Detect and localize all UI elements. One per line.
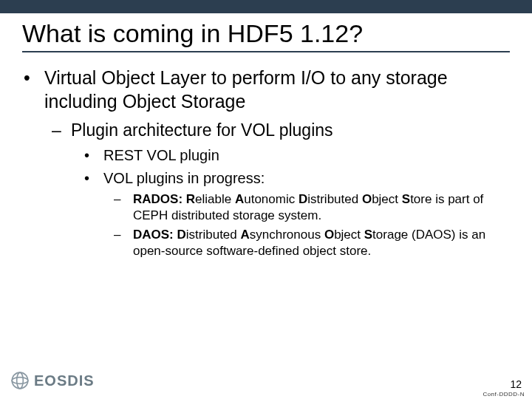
- title-rule: [22, 51, 510, 52]
- bullet-text: Plugin architecture for VOL plugins: [71, 120, 333, 140]
- list-item: RADOS: Reliable Autonomic Distributed Ob…: [114, 191, 510, 224]
- bold-prefix: RADOS: R: [133, 192, 195, 206]
- page-number: 12: [510, 378, 522, 390]
- confidential-marker: Conf-DDDD-N: [482, 391, 525, 398]
- list-item: DAOS: Distributed Asynchronous Object St…: [114, 227, 510, 259]
- top-bar: [0, 0, 532, 13]
- list-item: Plugin architecture for VOL plugins REST…: [52, 119, 510, 259]
- svg-point-2: [17, 372, 24, 389]
- bold-prefix: DAOS: D: [133, 228, 186, 242]
- svg-point-1: [12, 378, 28, 384]
- bullet-list-l1: Virtual Object Layer to perform I/O to a…: [22, 66, 510, 259]
- bold-letter: S: [402, 192, 410, 206]
- bullet-text: REST VOL plugin: [103, 147, 219, 163]
- text: utonomic: [244, 192, 299, 206]
- list-item: VOL plugins in progress: RADOS: Reliable…: [84, 168, 510, 259]
- bold-letter: A: [240, 228, 249, 242]
- eosdis-logo: EOSDIS: [10, 371, 95, 390]
- bullet-text: VOL plugins in progress:: [103, 170, 265, 186]
- text: eliable: [195, 192, 235, 206]
- text: istributed: [186, 228, 241, 242]
- list-item: Virtual Object Layer to perform I/O to a…: [22, 66, 510, 259]
- text: istributed: [307, 192, 362, 206]
- slide-footer: EOSDIS 12: [0, 371, 532, 390]
- slide-title: What is coming in HDF5 1.12?: [22, 19, 510, 48]
- bullet-list-l2: Plugin architecture for VOL plugins REST…: [52, 119, 510, 259]
- bullet-list-l4: RADOS: Reliable Autonomic Distributed Ob…: [114, 191, 510, 259]
- svg-point-0: [12, 372, 28, 389]
- bold-letter: O: [324, 228, 334, 242]
- bold-letter: S: [364, 228, 372, 242]
- bold-letter: D: [299, 192, 307, 206]
- logo-text: EOSDIS: [34, 372, 95, 389]
- bold-letter: A: [235, 192, 244, 206]
- list-item: REST VOL plugin: [84, 146, 510, 166]
- text: bject: [372, 192, 402, 206]
- bullet-list-l3: REST VOL plugin VOL plugins in progress:…: [84, 146, 510, 259]
- slide-content: What is coming in HDF5 1.12? Virtual Obj…: [0, 13, 532, 399]
- text: synchronous: [250, 228, 324, 242]
- bullet-text: Virtual Object Layer to perform I/O to a…: [44, 66, 507, 113]
- text: bject: [334, 228, 364, 242]
- bold-letter: O: [362, 192, 372, 206]
- globe-icon: [10, 371, 30, 390]
